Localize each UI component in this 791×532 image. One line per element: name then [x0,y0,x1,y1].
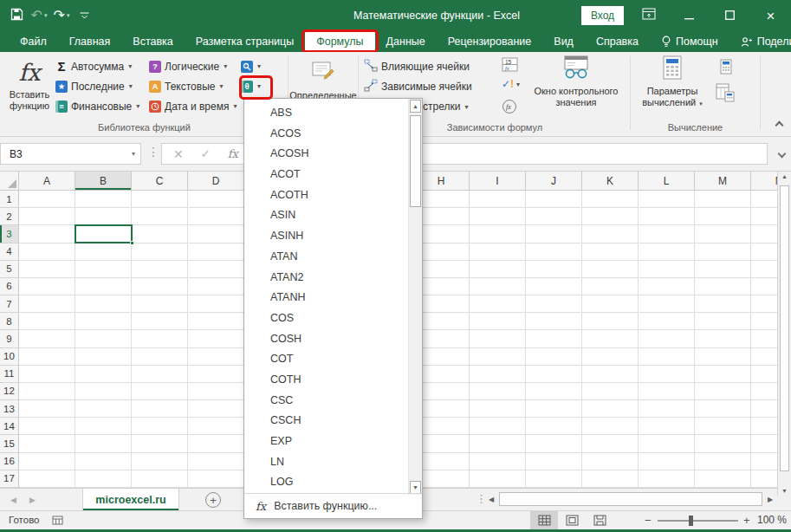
scroll-right-icon[interactable]: ▶ [764,496,776,503]
cell-J3[interactable] [526,225,582,243]
cell-C12[interactable] [132,383,188,400]
tab-view[interactable]: Вид [542,31,585,52]
tab-file[interactable]: Файл [9,31,58,52]
cell-K4[interactable] [582,243,639,261]
autosum-button[interactable]: Σ Автосумма ▾ [55,56,139,76]
cell-C16[interactable] [132,453,188,470]
cell-A1[interactable] [19,191,75,208]
row-header-7[interactable]: 7 [0,295,19,313]
column-header-M[interactable]: M [695,172,751,191]
horizontal-scrollbar-track[interactable] [497,491,764,507]
cell-M15[interactable] [695,435,751,452]
function-item-coth[interactable]: COTH [244,370,422,391]
cell-C14[interactable] [132,418,188,435]
cell-J8[interactable] [526,313,582,330]
cell-M8[interactable] [695,313,751,330]
cell-I13[interactable] [470,400,526,418]
cell-I5[interactable] [470,261,526,278]
function-item-acot[interactable]: ACOT [244,165,422,185]
scroll-down-icon[interactable]: ▼ [778,488,791,494]
cell-B17[interactable] [75,470,132,488]
cell-I15[interactable] [470,435,526,452]
select-all-corner[interactable] [0,172,19,191]
cell-K15[interactable] [582,435,639,452]
cell-J7[interactable] [526,295,582,313]
new-sheet-button[interactable]: + [205,492,221,508]
maximize-button[interactable] [710,0,750,31]
cell-A16[interactable] [19,453,75,470]
cell-M6[interactable] [695,278,751,295]
cell-I14[interactable] [470,418,526,435]
cell-D12[interactable] [188,383,244,400]
cell-A15[interactable] [19,435,75,452]
cell-K16[interactable] [582,453,639,470]
cell-N11[interactable] [751,366,777,383]
row-header-9[interactable]: 9 [0,330,19,347]
cell-B8[interactable] [75,313,132,330]
cell-K2[interactable] [582,208,639,225]
function-item-abs[interactable]: ABS [244,103,422,124]
cell-A8[interactable] [19,313,75,330]
cell-A4[interactable] [19,243,75,261]
cell-J4[interactable] [526,243,582,261]
cell-K13[interactable] [582,400,639,418]
row-header-1[interactable]: 1 [0,191,19,208]
function-item-atan[interactable]: ATAN [244,247,422,268]
cell-M11[interactable] [695,366,751,383]
row-header-2[interactable]: 2 [0,208,19,225]
cell-K14[interactable] [582,418,639,435]
cell-M12[interactable] [695,383,751,400]
column-header-D[interactable]: D [188,172,244,191]
cell-L16[interactable] [639,453,695,470]
cell-B1[interactable] [75,191,132,208]
zoom-in-button[interactable]: + [743,511,750,529]
row-header-16[interactable]: 16 [0,453,19,470]
menu-scroll-down-icon[interactable]: ▼ [410,481,421,494]
column-header-I[interactable]: I [470,172,526,191]
column-header-K[interactable]: K [582,172,639,191]
cell-D13[interactable] [188,400,244,418]
row-header-14[interactable]: 14 [0,418,19,435]
cell-I6[interactable] [470,278,526,295]
cell-N2[interactable] [751,208,777,225]
sheet-tab-active[interactable]: microexcel.ru [82,489,179,510]
cell-A13[interactable] [19,400,75,418]
tab-data[interactable]: Данные [375,31,437,52]
page-break-view-button[interactable] [586,511,613,529]
cell-A7[interactable] [19,295,75,313]
cell-L15[interactable] [639,435,695,452]
cell-B16[interactable] [75,453,132,470]
cell-J9[interactable] [526,330,582,347]
normal-view-button[interactable] [530,511,558,529]
column-header-J[interactable]: J [526,172,582,191]
cell-C4[interactable] [132,243,188,261]
save-button[interactable] [5,3,28,28]
cell-N14[interactable] [751,418,777,435]
cell-N1[interactable] [751,191,777,208]
defined-names-button[interactable]: Определенные [296,55,350,101]
scroll-left-icon[interactable]: ◀ [485,496,497,503]
cell-I3[interactable] [470,225,526,243]
next-sheet-icon[interactable]: ▶ [29,496,36,504]
cell-J17[interactable] [526,470,582,488]
cell-L14[interactable] [639,418,695,435]
cell-J16[interactable] [526,453,582,470]
cell-B12[interactable] [75,383,132,400]
cell-A17[interactable] [19,470,75,488]
function-item-csch[interactable]: CSCH [244,411,422,431]
cell-M10[interactable] [695,348,751,366]
cell-I7[interactable] [470,295,526,313]
cell-D14[interactable] [188,418,244,435]
close-button[interactable]: × [750,0,791,31]
watch-window-button[interactable]: Окно контрольного значения [525,54,627,108]
calculate-sheet-button[interactable] [716,83,735,106]
cell-L1[interactable] [639,191,695,208]
evaluate-formula-button[interactable]: fx [502,99,517,118]
cell-A14[interactable] [19,418,75,435]
column-header-L[interactable]: L [639,172,695,191]
cell-L8[interactable] [639,313,695,330]
cell-C17[interactable] [132,470,188,488]
row-header-8[interactable]: 8 [0,313,19,330]
cell-I8[interactable] [470,313,526,330]
cell-N5[interactable] [751,261,777,278]
